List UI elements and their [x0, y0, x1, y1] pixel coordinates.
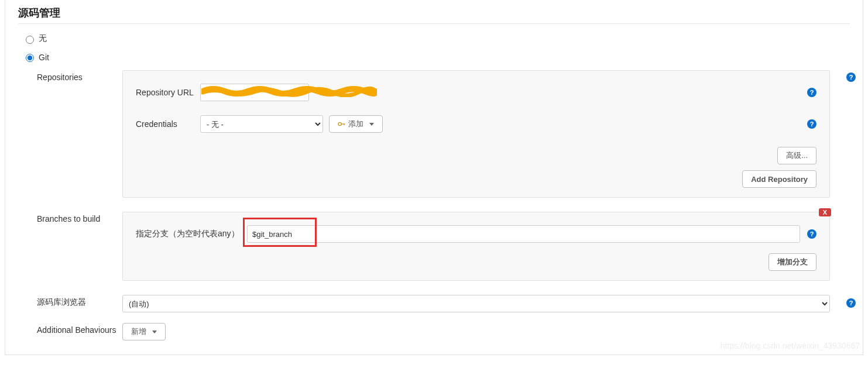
repo-browser-select[interactable]: (自动) [122, 295, 830, 312]
add-credentials-label: 添加 [348, 119, 363, 129]
branch-spec-label: 指定分支（为空时代表any） [136, 229, 247, 239]
browser-label: 源码库浏览器 [5, 295, 122, 308]
branch-spec-input[interactable] [247, 225, 800, 243]
credentials-label: Credentials [136, 119, 200, 129]
add-repository-button[interactable]: Add Repository [742, 170, 816, 188]
svg-rect-2 [344, 123, 344, 125]
branches-panel: X 指定分支（为空时代表any） ? 增加分支 [122, 212, 830, 281]
delete-branch-button[interactable]: X [819, 208, 831, 216]
behaviours-label: Additional Behaviours [5, 323, 122, 335]
advanced-button[interactable]: 高级... [777, 147, 816, 164]
scm-git-radio[interactable] [26, 54, 34, 62]
add-credentials-button[interactable]: 添加 [329, 115, 383, 133]
svg-point-0 [338, 122, 341, 125]
key-icon [338, 122, 346, 126]
credentials-select[interactable]: - 无 - [200, 115, 323, 133]
help-icon[interactable]: ? [807, 88, 816, 97]
help-icon[interactable]: ? [807, 119, 816, 129]
add-behaviour-label: 新增 [131, 326, 146, 337]
repositories-panel: Repository URL ? Credentials [122, 70, 830, 198]
branches-label: Branches to build [5, 212, 122, 223]
repositories-label: Repositories [5, 70, 122, 82]
repo-url-label: Repository URL [136, 88, 200, 97]
section-title: 源码管理 [5, 0, 863, 23]
help-icon[interactable]: ? [846, 73, 856, 82]
add-behaviour-button[interactable]: 新增 [122, 323, 166, 340]
scm-radio-group: 无 Git [5, 33, 863, 62]
add-branch-button[interactable]: 增加分支 [768, 253, 816, 271]
scm-git-label: Git [39, 53, 49, 62]
divider [18, 23, 850, 24]
help-icon[interactable]: ? [846, 298, 856, 308]
redaction-scribble [201, 85, 377, 97]
scm-none-radio[interactable] [26, 36, 34, 44]
help-icon[interactable]: ? [807, 229, 816, 239]
scm-none-label: 无 [39, 33, 47, 44]
